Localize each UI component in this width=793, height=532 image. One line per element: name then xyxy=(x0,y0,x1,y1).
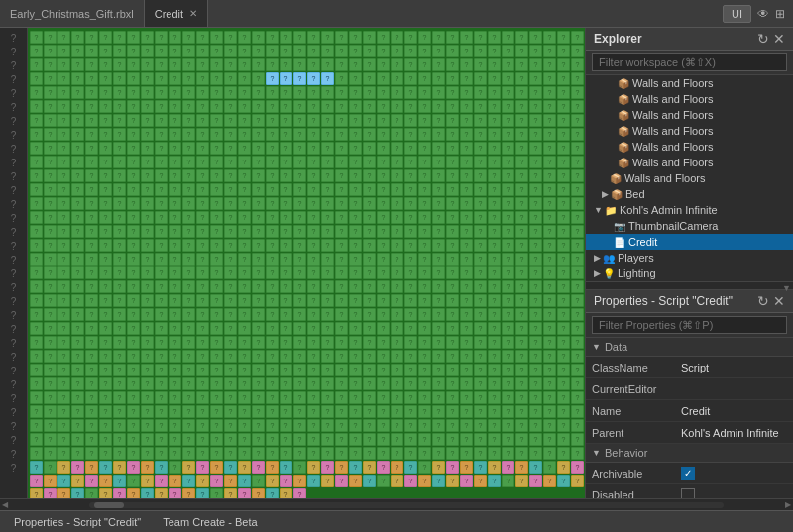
code-tile: ? xyxy=(307,253,320,266)
code-tile: ? xyxy=(44,45,57,57)
code-tile: ? xyxy=(99,58,112,71)
code-tile: ? xyxy=(307,86,320,99)
explorer-icons: ↻ ✕ xyxy=(757,32,785,46)
code-tile: ? xyxy=(169,294,181,307)
code-row-3: ???????????????????????????????????????? xyxy=(30,72,583,85)
code-tile: ? xyxy=(391,86,403,99)
code-editor[interactable]: ????????????????????????????????????????… xyxy=(28,28,585,498)
code-tile: ? xyxy=(557,461,570,474)
tree-item-walls-6[interactable]: 📦 Walls and Floors xyxy=(586,155,793,170)
prop-disabled-checkbox[interactable] xyxy=(681,488,695,499)
tree-item-bed[interactable]: ▶ 📦 Bed xyxy=(586,186,793,202)
code-tile: ? xyxy=(377,266,390,279)
code-tile: ? xyxy=(57,86,70,99)
tree-item-walls-2[interactable]: 📦 Walls and Floors xyxy=(586,91,793,107)
code-tile: ? xyxy=(30,461,43,474)
code-tile: ? xyxy=(418,72,431,85)
code-tile: ? xyxy=(502,86,514,99)
code-tile: ? xyxy=(460,211,473,224)
code-tile: ? xyxy=(238,336,251,349)
code-tile: ? xyxy=(238,31,251,44)
properties-close-icon[interactable]: ✕ xyxy=(773,294,785,308)
code-tile: ? xyxy=(57,197,70,210)
code-tile: ? xyxy=(57,72,70,85)
bottom-tab-properties[interactable]: Properties - Script "Credit" xyxy=(8,516,147,528)
code-tile: ? xyxy=(252,114,265,127)
code-tile: ? xyxy=(571,475,584,487)
code-tile: ? xyxy=(529,100,542,113)
code-tile: ? xyxy=(404,211,417,224)
tree-item-lighting[interactable]: ▶ 💡 Lighting xyxy=(586,266,793,281)
code-tile: ? xyxy=(502,183,514,196)
explorer-close-icon[interactable]: ✕ xyxy=(773,32,785,46)
tab-rbxl[interactable]: Early_Christmas_Gift.rbxl xyxy=(0,0,145,27)
code-tile: ? xyxy=(335,142,348,155)
code-tile: ? xyxy=(335,86,348,99)
code-tile: ? xyxy=(280,72,292,85)
code-tile: ? xyxy=(307,266,320,279)
prop-classname-label: ClassName xyxy=(592,362,681,373)
code-tile: ? xyxy=(571,266,584,279)
tree-item-players[interactable]: ▶ 👥 Players xyxy=(586,250,793,266)
tree-item-walls-3[interactable]: 📦 Walls and Floors xyxy=(586,107,793,123)
code-tile: ? xyxy=(99,488,112,498)
code-tile: ? xyxy=(335,461,348,474)
walls-icon-3: 📦 xyxy=(618,110,629,121)
code-tile: ? xyxy=(349,197,362,210)
layout-icon[interactable]: ⊞ xyxy=(775,7,785,21)
code-tile: ? xyxy=(377,447,390,460)
code-tile: ? xyxy=(113,488,126,498)
tree-item-walls-1[interactable]: 📦 Walls and Floors xyxy=(586,75,793,91)
tree-item-walls-5[interactable]: 📦 Walls and Floors xyxy=(586,139,793,155)
code-tile: ? xyxy=(377,253,390,266)
prop-archivable-checkbox[interactable]: ✓ xyxy=(681,467,695,480)
code-tile: ? xyxy=(30,45,43,57)
explorer-refresh-icon[interactable]: ↻ xyxy=(757,32,769,46)
tree-item-walls-4[interactable]: 📦 Walls and Floors xyxy=(586,123,793,139)
h-scrollbar[interactable]: ◀ ▶ xyxy=(0,498,793,510)
code-tile: ? xyxy=(321,169,334,182)
tab-close-icon[interactable]: ✕ xyxy=(189,8,197,19)
code-tile: ? xyxy=(488,169,501,182)
ui-button[interactable]: UI xyxy=(723,5,751,23)
tree-item-thumbnail[interactable]: 📷 ThumbnailCamera xyxy=(586,218,793,234)
code-tile: ? xyxy=(391,308,403,321)
code-tile: ? xyxy=(515,183,528,196)
code-tile: ? xyxy=(238,239,251,252)
code-tile: ? xyxy=(196,183,209,196)
tab-credit[interactable]: Credit ✕ xyxy=(145,0,208,27)
code-tile: ? xyxy=(377,350,390,363)
code-tile: ? xyxy=(71,336,84,349)
code-tile: ? xyxy=(127,322,140,335)
tree-item-walls-7[interactable]: 📦 Walls and Floors xyxy=(586,170,793,186)
explorer-tree[interactable]: 📦 Walls and Floors 📦 Walls and Floors 📦 … xyxy=(586,75,793,282)
code-tile: ? xyxy=(280,433,292,446)
code-tile: ? xyxy=(474,169,487,182)
code-tile: ? xyxy=(515,114,528,127)
properties-filter-input[interactable] xyxy=(592,316,787,334)
code-tile: ? xyxy=(30,322,43,335)
section-behavior-header[interactable]: ▼ Behavior xyxy=(586,444,793,463)
code-tile: ? xyxy=(515,447,528,460)
line-21: ? xyxy=(0,309,27,323)
properties-header: Properties - Script "Credit" ↻ ✕ xyxy=(586,290,793,313)
section-data-header[interactable]: ▼ Data xyxy=(586,338,793,357)
code-tile: ? xyxy=(529,86,542,99)
code-row-29: ???????????????????????????????????????? xyxy=(30,433,583,446)
code-row-1: ???????????????????????????????????????? xyxy=(30,45,583,57)
eye-icon[interactable]: 👁 xyxy=(757,7,769,21)
code-tile: ? xyxy=(141,128,154,141)
code-tile: ? xyxy=(238,433,251,446)
code-tile: ? xyxy=(293,405,306,418)
bottom-tab-teamcreate[interactable]: Team Create - Beta xyxy=(157,516,263,528)
tree-item-credit[interactable]: 📄 Credit xyxy=(586,234,793,250)
code-tile: ? xyxy=(30,433,43,446)
tree-item-kohls[interactable]: ▼ 📁 Kohl's Admin Infinite xyxy=(586,202,793,218)
code-tile: ? xyxy=(363,169,376,182)
properties-refresh-icon[interactable]: ↻ xyxy=(757,294,769,308)
explorer-filter-input[interactable] xyxy=(592,53,787,71)
code-tile: ? xyxy=(71,322,84,335)
code-tile: ? xyxy=(155,100,168,113)
code-tile: ? xyxy=(474,294,487,307)
code-tile: ? xyxy=(99,419,112,432)
